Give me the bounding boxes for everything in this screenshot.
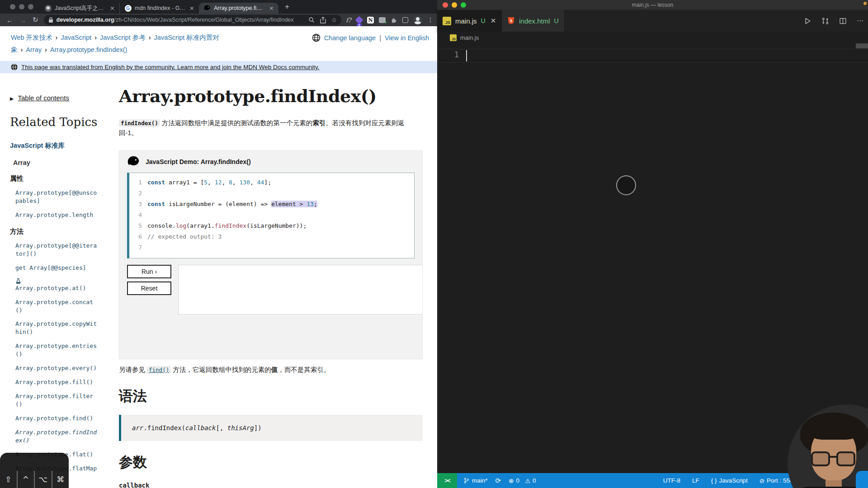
url-text[interactable]: developer.mozilla.org/zh-CN/docs/Web/Jav… bbox=[57, 17, 303, 23]
mdn-favicon bbox=[203, 5, 211, 12]
sidebar-method-link[interactable]: Array.prototype.entries() bbox=[10, 342, 99, 358]
sidebar-method-link[interactable]: Array.prototype.find() bbox=[10, 414, 99, 422]
tab-close-icon[interactable]: ✕ bbox=[189, 5, 195, 12]
tab-close-icon[interactable]: ✕ bbox=[268, 5, 275, 12]
window-controls[interactable] bbox=[10, 4, 33, 9]
glasses-left-lens bbox=[811, 451, 830, 466]
globe-badge-icon bbox=[11, 64, 18, 70]
breadcrumb-link[interactable]: Web 开发技术 bbox=[11, 34, 52, 41]
browser-tabstrip: JavaScript高手之路基础篇✕Gmdn findIndex - Googl… bbox=[0, 0, 437, 14]
run-file-icon[interactable] bbox=[804, 17, 811, 25]
address-bar[interactable]: developer.mozilla.org/zh-CN/docs/Web/Jav… bbox=[44, 15, 342, 25]
sidebar-method-link[interactable]: Array.prototype.copyWithin() bbox=[10, 320, 99, 336]
lock-icon bbox=[48, 17, 53, 23]
close-window-button[interactable] bbox=[10, 4, 15, 9]
sidebar-lib-heading[interactable]: JavaScript 标准库 bbox=[10, 141, 108, 150]
code-line: 7 bbox=[129, 242, 414, 253]
purple-extension-icon[interactable]: 6 bbox=[355, 16, 363, 24]
vscode-window-title: main.js — lesson bbox=[437, 2, 868, 8]
browser-toolbar: ← → ↻ developer.mozilla.org/zh-CN/docs/W… bbox=[0, 14, 437, 26]
more-actions-icon[interactable]: ⋯ bbox=[857, 17, 863, 25]
mdn-article: Array.prototype.findIndex() findIndex() … bbox=[119, 86, 425, 488]
breadcrumb-link[interactable]: Array.prototype.findIndex() bbox=[50, 46, 127, 53]
tab-group-icon[interactable] bbox=[402, 17, 408, 23]
click-indicator-ring bbox=[616, 175, 636, 195]
text-cursor bbox=[466, 50, 467, 61]
table-of-contents[interactable]: ▶Table of contents bbox=[10, 94, 108, 102]
breadcrumb-link[interactable]: JavaScript bbox=[61, 34, 91, 41]
problems-item[interactable]: ⊗ 0 ⚠ 0 bbox=[509, 477, 536, 484]
breadcrumb-link[interactable]: JavaScript 参考 bbox=[100, 34, 146, 41]
profile-avatar[interactable] bbox=[413, 15, 422, 24]
param-callback: callback bbox=[119, 482, 425, 488]
notion-extension-icon[interactable]: N bbox=[367, 17, 374, 23]
modified-badge: U bbox=[481, 17, 486, 24]
reset-button[interactable]: Reset bbox=[127, 282, 171, 295]
zoom-window-button[interactable] bbox=[28, 4, 33, 9]
editor-tab-main-js[interactable]: JSmain.jsU✕ bbox=[437, 10, 502, 32]
svg-text:5: 5 bbox=[510, 19, 512, 23]
git-branch-item[interactable]: main* bbox=[463, 477, 488, 484]
tab-close-icon[interactable]: ✕ bbox=[491, 17, 496, 25]
share-icon[interactable] bbox=[320, 17, 326, 23]
sidebar-method-link[interactable]: get Array[@@species] bbox=[10, 264, 99, 272]
sidebar-method-link[interactable]: Array.prototype.concat() bbox=[10, 298, 99, 314]
mdn-page: Web 开发技术›JavaScript›JavaScript 参考›JavaSc… bbox=[0, 26, 437, 488]
sync-changes-icon[interactable]: ⟳ bbox=[495, 477, 501, 485]
new-tab-button[interactable]: + bbox=[285, 2, 289, 11]
browser-tab-2[interactable]: Gmdn findIndex - Google 搜索✕ bbox=[119, 3, 199, 14]
remote-indicator[interactable]: >< bbox=[437, 473, 457, 488]
encoding-item[interactable]: UTF-8 bbox=[663, 477, 680, 484]
sidebar-property-link[interactable]: Array.prototype.length bbox=[10, 211, 99, 219]
split-editor-icon[interactable] bbox=[839, 17, 847, 25]
breadcrumb-link[interactable]: Array bbox=[26, 46, 42, 53]
sidebar-method-link[interactable]: Array.prototype[@@iterator]() bbox=[10, 242, 99, 258]
zoom-page-icon[interactable] bbox=[308, 17, 315, 23]
mdn-content: ▶Table of contents Related Topics JavaSc… bbox=[0, 73, 437, 488]
vscode-breadcrumb[interactable]: JS main.js bbox=[437, 32, 868, 43]
tab-close-icon[interactable]: ✕ bbox=[109, 5, 116, 12]
sidebar-method-link[interactable]: Array.prototype.fill() bbox=[10, 378, 99, 386]
view-in-english-link[interactable]: View in English bbox=[385, 34, 429, 42]
browser-window: JavaScript高手之路基础篇✕Gmdn findIndex - Googl… bbox=[0, 0, 437, 488]
sidebar-property-link[interactable]: Array.prototype[@@unscopables] bbox=[10, 189, 99, 205]
syntax-code-block: arr.findIndex(callback[, thisArg]) bbox=[119, 415, 423, 441]
bookmark-star-icon[interactable]: ☆ bbox=[331, 16, 337, 23]
browser-tab-3[interactable]: Array.prototype.findIndex() - J✕ bbox=[199, 3, 278, 14]
sidebar-method-link[interactable]: Array.prototype.filter() bbox=[10, 392, 99, 408]
code-line: 1const array1 = [5, 12, 8, 130, 44]; bbox=[129, 177, 414, 188]
recording-dot bbox=[863, 2, 867, 5]
change-language-link[interactable]: Change language bbox=[324, 34, 376, 42]
reload-button[interactable]: ↻ bbox=[33, 16, 38, 24]
editor-scrollbar-thumb[interactable] bbox=[856, 43, 868, 48]
translation-banner: This page was translated from English by… bbox=[0, 61, 437, 73]
banner-link[interactable]: This page was translated from English by… bbox=[21, 64, 320, 70]
editor-tab-index-html[interactable]: 5index.htmlU bbox=[502, 10, 565, 32]
eol-item[interactable]: LF bbox=[692, 477, 699, 484]
keycast-key: ⌘ bbox=[52, 471, 69, 488]
browser-menu-icon[interactable]: ⋮ bbox=[427, 16, 434, 23]
find-method-link[interactable]: find() bbox=[147, 366, 171, 373]
sidebar-method-link-current[interactable]: Array.prototype.findIndex() bbox=[10, 428, 99, 445]
person-fringe bbox=[810, 422, 858, 440]
browser-tab-1[interactable]: JavaScript高手之路基础篇✕ bbox=[40, 3, 119, 14]
google-favicon: G bbox=[124, 5, 132, 12]
screenshot-extension-icon[interactable] bbox=[379, 17, 386, 23]
forward-button[interactable]: → bbox=[19, 16, 26, 24]
vscode-editor[interactable]: 1 bbox=[437, 43, 868, 473]
sidebar-array-heading[interactable]: Array bbox=[13, 159, 108, 166]
minimize-window-button[interactable] bbox=[19, 4, 24, 9]
google-favicon: G bbox=[125, 5, 132, 12]
demo-code-editor[interactable]: 1const array1 = [5, 12, 8, 130, 44];23co… bbox=[127, 173, 415, 258]
sidebar-method-link[interactable]: Array.prototype.at() bbox=[10, 278, 99, 292]
run-button[interactable]: Run › bbox=[127, 265, 171, 278]
puzzle-extensions-icon[interactable] bbox=[391, 17, 397, 23]
editor-actions: ⋯ bbox=[804, 10, 863, 32]
fonts-extension-icon[interactable]: f? bbox=[346, 17, 351, 23]
sidebar-method-link[interactable]: Array.prototype.every() bbox=[10, 364, 99, 372]
back-button[interactable]: ← bbox=[6, 16, 13, 24]
modified-badge: U bbox=[554, 17, 559, 24]
language-mode-item[interactable]: { } JavaScript bbox=[711, 477, 748, 484]
compare-changes-icon[interactable] bbox=[821, 17, 829, 25]
js-file-icon: JS bbox=[450, 34, 457, 41]
